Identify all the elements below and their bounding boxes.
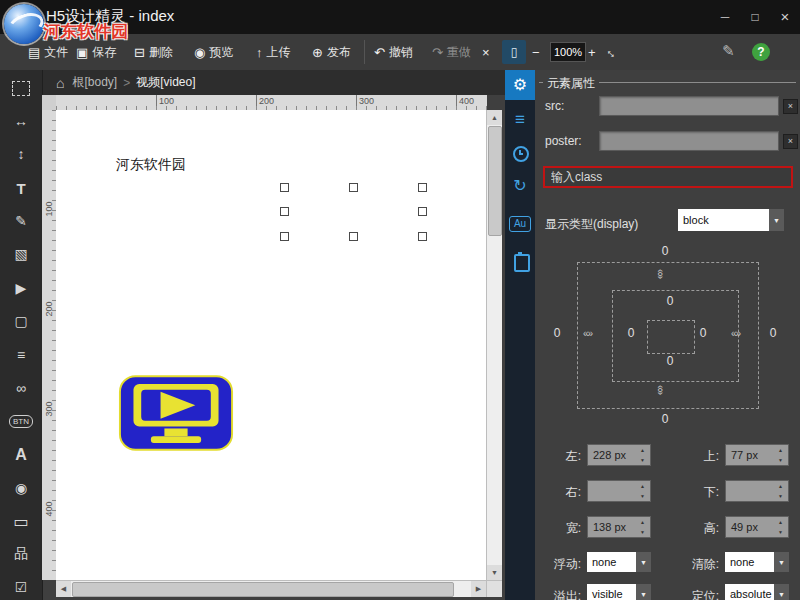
spinner-icon[interactable] [778,518,787,536]
tool-page[interactable]: ▢ [7,307,35,335]
minimize-button[interactable]: ─ [714,7,736,27]
dropdown-arrow-icon: ▼ [774,584,789,600]
zoom-level[interactable]: 100% [550,42,586,62]
clear-src-button[interactable]: × [783,99,798,114]
tool-button[interactable]: BTN [7,407,35,435]
tool-form[interactable]: ✎ [7,207,35,235]
horizontal-scrollbar[interactable]: ◀ ▶ [56,580,486,597]
tool-text[interactable]: T [7,174,35,202]
spinner-icon[interactable] [640,482,649,500]
width-field[interactable]: 138 px [587,516,651,538]
maximize-button[interactable]: □ [744,7,766,27]
spinner-icon[interactable] [778,482,787,500]
tool-radio[interactable]: ◉ [7,474,35,502]
zoom-in-button[interactable]: + [588,34,596,70]
tool-tree[interactable]: 品 [7,540,35,568]
clipboard-panel-button[interactable] [514,254,530,272]
zoom-out-button[interactable]: − [532,34,540,70]
display-select[interactable]: block ▼ [678,209,784,231]
properties-panel-button[interactable]: ⚙ [505,70,535,100]
selection-handle[interactable] [418,207,427,216]
width-label: 宽: [555,520,581,537]
dropdown-arrow-icon: ▼ [636,552,651,572]
help-button[interactable]: ? [752,43,770,61]
spinner-icon[interactable] [640,446,649,464]
scroll-down-icon[interactable]: ▼ [487,565,502,580]
preview-button[interactable]: ◉ 预览 [194,34,233,70]
app-window: H5设计精灵 - index ─ □ × 河东软件园 ▤ 文件 ▣ 保存 ⊟ 删… [0,0,800,600]
spinner-icon[interactable] [640,518,649,536]
clear-poster-button[interactable]: × [783,134,798,149]
h-arrow-icon: ↔ [14,113,28,129]
selection-handle[interactable] [280,232,289,241]
vertical-scrollbar[interactable]: ▲ ▼ [486,110,502,580]
redo-button[interactable]: ↷ 重做 [432,34,471,70]
canvas-logo-image[interactable] [118,374,234,452]
overflow-value: visible [587,584,636,600]
tool-link[interactable]: ∞ [7,374,35,402]
timeline-panel-button[interactable] [513,146,529,162]
selection-handle[interactable] [349,183,358,192]
home-icon[interactable]: ⌂ [56,75,64,91]
spinner-icon[interactable] [778,446,787,464]
scroll-right-icon[interactable]: ▶ [471,581,486,597]
breadcrumb-current[interactable]: 视频[video] [136,74,195,91]
selection-handle[interactable] [349,232,358,241]
trash-icon: ⊟ [134,45,145,60]
panel-title: 元素属性 [543,75,599,92]
resize-arrows-icon: «» [655,269,666,278]
resize-canvas-button[interactable]: ↔ [606,34,619,70]
tool-rect[interactable]: ▭ [7,507,35,535]
publish-button[interactable]: ⊕ 发布 [312,34,351,70]
overflow-select[interactable]: visible ▼ [587,584,651,600]
class-input[interactable] [543,166,793,188]
tool-image[interactable]: ▧ [7,240,35,268]
close-button[interactable]: × [774,7,796,27]
save-button[interactable]: ▣ 保存 [76,34,116,70]
layers-panel-button[interactable]: ≡ [505,110,535,130]
undo-label: 撤销 [389,44,413,61]
breadcrumb-root[interactable]: 根[body] [72,74,117,91]
selection-handle[interactable] [280,183,289,192]
design-canvas[interactable]: 河东软件园 [56,110,486,580]
clear-canvas-button[interactable]: × [482,34,490,70]
selection-handle[interactable] [418,232,427,241]
clear-select[interactable]: none ▼ [725,552,789,572]
bottom-field[interactable] [725,480,789,502]
src-input[interactable] [599,96,779,116]
float-select[interactable]: none ▼ [587,552,651,572]
animation-panel-button[interactable]: ↻ [505,176,535,195]
top-field[interactable]: 77 px [725,444,789,466]
tool-checkbox[interactable]: ☑ [7,573,35,600]
vertical-scroll-thumb[interactable] [488,126,502,236]
tool-vertical-resize[interactable]: ↕ [7,140,35,168]
right-field[interactable] [587,480,651,502]
preview-label: 预览 [209,44,233,61]
selection-handle[interactable] [418,183,427,192]
left-field[interactable]: 228 px [587,444,651,466]
scroll-up-icon[interactable]: ▲ [487,110,502,125]
canvas-text-element[interactable]: 河东软件园 [116,156,186,174]
tool-marquee-select[interactable] [7,74,35,102]
tool-video[interactable]: ▶ [7,274,35,302]
tool-horizontal-resize[interactable]: ↔ [7,107,35,135]
device-view-button[interactable]: ▯ [502,40,526,64]
scroll-left-icon[interactable]: ◀ [56,581,71,597]
expand-icon: ↔ [603,42,623,62]
selection-handle[interactable] [280,207,289,216]
tool-textarea[interactable]: ≡ [7,341,35,369]
file-button[interactable]: ▤ 文件 [28,34,68,70]
height-field[interactable]: 49 px [725,516,789,538]
tool-label[interactable]: A [7,441,35,469]
undo-icon: ↶ [374,45,385,60]
poster-input[interactable] [599,131,779,151]
horizontal-scroll-thumb[interactable] [72,582,454,597]
page-icon: ▢ [14,313,27,329]
audio-panel-button[interactable]: Au [509,216,531,232]
delete-button[interactable]: ⊟ 删除 [134,34,173,70]
edit-code-button[interactable]: ✎ [722,42,735,60]
undo-button[interactable]: ↶ 撤销 [374,34,413,70]
video-icon: ▶ [16,280,27,296]
upload-button[interactable]: ↑ 上传 [256,34,291,70]
position-select[interactable]: absolute ▼ [725,584,789,600]
